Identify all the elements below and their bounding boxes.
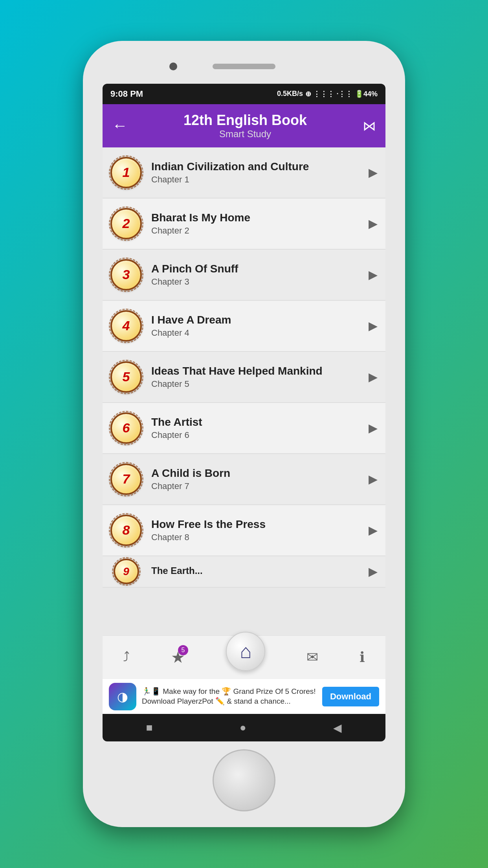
chapter-info-4: I Have A Dream Chapter 4: [151, 314, 369, 338]
mail-nav-icon: ✉: [306, 649, 318, 666]
ad-banner: ◑ 🏃‍♂️📱 Make way for the 🏆 Grand Prize O…: [103, 679, 385, 714]
chapter-badge-4: 4: [110, 310, 142, 342]
phone-screen: 9:08 PM 0.5KB/s ⊕ ⋮⋮⋮ ᐧ⋮⋮ 🔋44% ← 12th En…: [103, 84, 385, 742]
chapter-badge-6: 6: [110, 412, 142, 444]
chapter-arrow-5: ▶: [369, 370, 378, 384]
speaker: [213, 64, 275, 69]
chapter-badge-5: 5: [110, 361, 142, 393]
sys-back-button[interactable]: ◀: [333, 721, 342, 734]
chapter-item-8[interactable]: 8 How Free Is the Press Chapter 8 ▶: [103, 505, 385, 556]
ad-text: 🏃‍♂️📱 Make way for the 🏆 Grand Prize Of …: [142, 687, 317, 706]
ad-download-button[interactable]: Download: [322, 687, 379, 706]
chapter-badge-7: 7: [110, 463, 142, 495]
chapter-info-7: A Child is Born Chapter 7: [151, 467, 369, 491]
home-button[interactable]: [213, 749, 275, 811]
chapter-sub-7: Chapter 7: [151, 481, 369, 491]
chapter-title-1: Indian Civilization and Culture: [151, 160, 369, 173]
chapter-arrow-7: ▶: [369, 472, 378, 486]
chapter-title-8: How Free Is the Press: [151, 518, 369, 531]
badge-number-1: 1: [110, 157, 142, 188]
chapter-badge-1: 1: [110, 157, 142, 188]
chapter-title-4: I Have A Dream: [151, 314, 369, 326]
share-button[interactable]: ⋈: [363, 118, 376, 134]
chapter-arrow-2: ▶: [369, 217, 378, 230]
chapter-item-4[interactable]: 4 I Have A Dream Chapter 4 ▶: [103, 301, 385, 352]
chapter-item-1[interactable]: 1 Indian Civilization and Culture Chapte…: [103, 147, 385, 199]
chapter-arrow-3: ▶: [369, 268, 378, 281]
nav-info-button[interactable]: ℹ: [360, 649, 365, 666]
chapter-arrow-6: ▶: [369, 421, 378, 435]
app-header: ← 12th English Book Smart Study ⋈: [103, 104, 385, 147]
chapter-title-9: The Earth...: [151, 565, 369, 576]
status-time: 9:08 PM: [110, 89, 143, 99]
sys-circle-button[interactable]: ●: [240, 721, 246, 734]
badge-number-2: 2: [110, 208, 142, 239]
app-title: 12th English Book: [128, 112, 363, 129]
chapter-item-9[interactable]: 9 The Earth... ▶: [103, 556, 385, 588]
status-bar: 9:08 PM 0.5KB/s ⊕ ⋮⋮⋮ ᐧ⋮⋮ 🔋44%: [103, 84, 385, 104]
ad-logo: ◑: [109, 683, 136, 710]
bottom-nav: ⤴ ★ 5 ⌂ ✉ ℹ: [103, 635, 385, 679]
chapter-item-6[interactable]: 6 The Artist Chapter 6 ▶: [103, 403, 385, 454]
chapter-arrow-8: ▶: [369, 523, 378, 537]
star-badge: 5: [178, 645, 188, 655]
camera: [169, 63, 177, 70]
chapter-badge-9: 9: [110, 556, 142, 587]
chapter-info-3: A Pinch Of Snuff Chapter 3: [151, 263, 369, 287]
info-nav-icon: ℹ: [360, 649, 365, 666]
badge-number-4: 4: [110, 310, 142, 342]
chapter-arrow-9: ▶: [369, 565, 378, 578]
chapter-title-2: Bharat Is My Home: [151, 211, 369, 224]
badge-number-3: 3: [110, 259, 142, 291]
sys-square-button[interactable]: ■: [146, 721, 153, 734]
chapter-info-9: The Earth...: [151, 565, 369, 578]
chapter-item-7[interactable]: 7 A Child is Born Chapter 7 ▶: [103, 454, 385, 505]
chapter-item-3[interactable]: 3 A Pinch Of Snuff Chapter 3 ▶: [103, 250, 385, 301]
badge-number-9: 9: [114, 559, 139, 584]
chapter-badge-3: 3: [110, 259, 142, 291]
nav-mail-button[interactable]: ✉: [306, 649, 318, 666]
nav-home-button[interactable]: ⌂: [226, 632, 265, 671]
badge-number-5: 5: [110, 361, 142, 393]
signal-icons: ⊕ ⋮⋮⋮ ᐧ⋮⋮: [305, 90, 352, 98]
chapter-sub-1: Chapter 1: [151, 175, 369, 185]
chapter-badge-2: 2: [110, 208, 142, 239]
header-title-block: 12th English Book Smart Study: [128, 112, 363, 140]
chapter-arrow-4: ▶: [369, 319, 378, 333]
battery-icon: 🔋44%: [355, 90, 378, 98]
phone-top: [91, 53, 397, 84]
network-speed: 0.5KB/s: [277, 90, 303, 98]
chapter-sub-2: Chapter 2: [151, 226, 369, 236]
chapter-info-1: Indian Civilization and Culture Chapter …: [151, 160, 369, 185]
chapter-info-8: How Free Is the Press Chapter 8: [151, 518, 369, 542]
chapter-arrow-1: ▶: [369, 166, 378, 179]
chapter-item-2[interactable]: 2 Bharat Is My Home Chapter 2 ▶: [103, 199, 385, 250]
chapter-badge-8: 8: [110, 515, 142, 546]
chapter-title-7: A Child is Born: [151, 467, 369, 480]
chapter-sub-4: Chapter 4: [151, 328, 369, 338]
chapter-info-6: The Artist Chapter 6: [151, 416, 369, 440]
chapter-info-2: Bharat Is My Home Chapter 2: [151, 211, 369, 236]
chapter-sub-8: Chapter 8: [151, 532, 369, 542]
chapter-item-5[interactable]: 5 Ideas That Have Helped Mankind Chapter…: [103, 352, 385, 403]
phone-frame: 9:08 PM 0.5KB/s ⊕ ⋮⋮⋮ ᐧ⋮⋮ 🔋44% ← 12th En…: [83, 41, 405, 827]
back-button[interactable]: ←: [112, 117, 128, 134]
badge-number-6: 6: [110, 412, 142, 444]
chapter-sub-6: Chapter 6: [151, 430, 369, 440]
chapter-list: 1 Indian Civilization and Culture Chapte…: [103, 147, 385, 636]
badge-number-8: 8: [110, 515, 142, 546]
nav-star-button[interactable]: ★ 5: [171, 648, 185, 666]
home-nav-icon: ⌂: [240, 640, 251, 663]
chapter-title-5: Ideas That Have Helped Mankind: [151, 365, 369, 377]
chapter-title-6: The Artist: [151, 416, 369, 428]
nav-share-button[interactable]: ⤴: [123, 649, 130, 665]
share-nav-icon: ⤴: [123, 649, 130, 665]
chapter-info-5: Ideas That Have Helped Mankind Chapter 5: [151, 365, 369, 389]
ad-logo-icon: ◑: [117, 689, 128, 704]
chapter-sub-3: Chapter 3: [151, 277, 369, 287]
status-right: 0.5KB/s ⊕ ⋮⋮⋮ ᐧ⋮⋮ 🔋44%: [277, 90, 378, 98]
chapter-title-3: A Pinch Of Snuff: [151, 263, 369, 275]
app-subtitle: Smart Study: [128, 129, 363, 140]
chapter-sub-5: Chapter 5: [151, 379, 369, 389]
badge-number-7: 7: [110, 463, 142, 495]
